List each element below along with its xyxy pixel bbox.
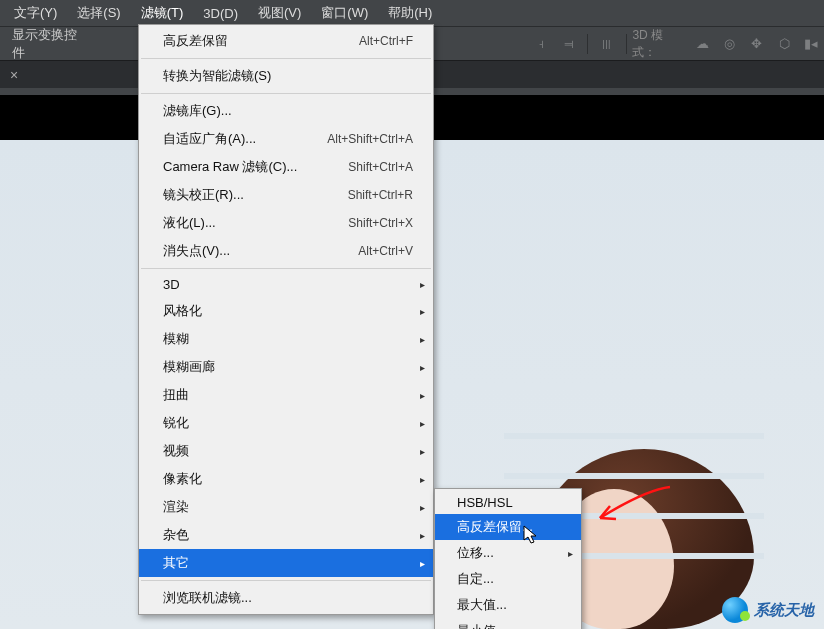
menu-item-vanishing-point[interactable]: 消失点(V)... Alt+Ctrl+V [139,237,433,265]
menu-item-noise[interactable]: 杂色 [139,521,433,549]
menu-item-adaptive-wide[interactable]: 自适应广角(A)... Alt+Shift+Ctrl+A [139,125,433,153]
menu-label: 扭曲 [163,386,189,404]
pan-icon[interactable]: ✥ [748,34,765,54]
distribute-icon[interactable]: ⫼ [598,34,615,54]
shortcut: Shift+Ctrl+A [348,160,413,174]
submenu-minimum[interactable]: 最小值... [435,618,581,629]
separator [141,580,431,581]
align-left-icon[interactable]: ⫞ [533,34,550,54]
menu-filter[interactable]: 滤镜(T) [131,0,194,26]
menu-item-browse-online[interactable]: 浏览联机滤镜... [139,584,433,612]
shortcut: Alt+Shift+Ctrl+A [327,132,413,146]
submenu-hsbhsl[interactable]: HSB/HSL [435,491,581,514]
show-transform-controls-label[interactable]: 显示变换控件 [6,24,89,64]
menu-item-last-filter[interactable]: 高反差保留 Alt+Ctrl+F [139,27,433,55]
menu-label: 最小值... [457,622,507,629]
menu-label: Camera Raw 滤镜(C)... [163,158,297,176]
menu-label: HSB/HSL [457,495,513,510]
artifact-stripe [504,473,764,479]
menu-label: 高反差保留... [457,518,533,536]
filter-dropdown: 高反差保留 Alt+Ctrl+F 转换为智能滤镜(S) 滤镜库(G)... 自适… [138,24,434,615]
menubar: 文字(Y) 选择(S) 滤镜(T) 3D(D) 视图(V) 窗口(W) 帮助(H… [0,0,824,26]
separator [626,34,627,54]
menu-item-3d[interactable]: 3D [139,272,433,297]
menu-select[interactable]: 选择(S) [67,0,130,26]
menu-label: 自定... [457,570,494,588]
menu-item-stylize[interactable]: 风格化 [139,297,433,325]
shortcut: Shift+Ctrl+R [348,188,413,202]
menu-label: 3D [163,277,180,292]
menu-label: 消失点(V)... [163,242,230,260]
menu-item-convert-smart[interactable]: 转换为智能滤镜(S) [139,62,433,90]
menu-label: 液化(L)... [163,214,216,232]
menu-label: 视频 [163,442,189,460]
submenu-highpass[interactable]: 高反差保留... [435,514,581,540]
menu-item-video[interactable]: 视频 [139,437,433,465]
menu-text[interactable]: 文字(Y) [4,0,67,26]
menu-label: 像素化 [163,470,202,488]
menu-item-lens-correction[interactable]: 镜头校正(R)... Shift+Ctrl+R [139,181,433,209]
separator [141,268,431,269]
shortcut: Alt+Ctrl+F [359,34,413,48]
menu-item-render[interactable]: 渲染 [139,493,433,521]
menu-item-camera-raw[interactable]: Camera Raw 滤镜(C)... Shift+Ctrl+A [139,153,433,181]
menu-label: 转换为智能滤镜(S) [163,67,271,85]
submenu-maximum[interactable]: 最大值... [435,592,581,618]
toolbar-right-group: ⫞ ⫤ ⫼ 3D 模式： ☁ ◎ ✥ ⬡ ▮◂ [529,27,824,61]
menu-label: 锐化 [163,414,189,432]
menu-help[interactable]: 帮助(H) [378,0,442,26]
logo-text: 系统天地 [754,601,814,620]
menu-item-sharpen[interactable]: 锐化 [139,409,433,437]
watermark-logo: 系统天地 [722,597,814,623]
menu-label: 自适应广角(A)... [163,130,256,148]
menu-item-filter-gallery[interactable]: 滤镜库(G)... [139,97,433,125]
menu-label: 滤镜库(G)... [163,102,232,120]
mode-3d-label: 3D 模式： [632,27,679,61]
menu-window[interactable]: 窗口(W) [311,0,378,26]
menu-label: 高反差保留 [163,32,228,50]
rotate-icon[interactable]: ◎ [721,34,738,54]
slide-icon[interactable]: ⬡ [775,34,792,54]
menu-label: 风格化 [163,302,202,320]
menu-item-blur-gallery[interactable]: 模糊画廊 [139,353,433,381]
shortcut: Shift+Ctrl+X [348,216,413,230]
menu-label: 模糊 [163,330,189,348]
menu-item-other[interactable]: 其它 [139,549,433,577]
camera-icon[interactable]: ▮◂ [803,34,820,54]
menu-label: 镜头校正(R)... [163,186,244,204]
menu-label: 渲染 [163,498,189,516]
tab-close-icon[interactable]: × [0,67,28,83]
menu-label: 最大值... [457,596,507,614]
orbit-icon[interactable]: ☁ [694,34,711,54]
align-right-icon[interactable]: ⫤ [560,34,577,54]
menu-label: 杂色 [163,526,189,544]
menu-label: 位移... [457,544,494,562]
separator [141,58,431,59]
menu-item-pixelate[interactable]: 像素化 [139,465,433,493]
menu-view[interactable]: 视图(V) [248,0,311,26]
menu-item-distort[interactable]: 扭曲 [139,381,433,409]
menu-label: 其它 [163,554,189,572]
submenu-custom[interactable]: 自定... [435,566,581,592]
menu-3d[interactable]: 3D(D) [193,2,248,25]
submenu-offset[interactable]: 位移... [435,540,581,566]
separator [587,34,588,54]
other-submenu: HSB/HSL 高反差保留... 位移... 自定... 最大值... 最小值.… [434,488,582,629]
separator [141,93,431,94]
menu-item-blur[interactable]: 模糊 [139,325,433,353]
menu-item-liquify[interactable]: 液化(L)... Shift+Ctrl+X [139,209,433,237]
menu-label: 模糊画廊 [163,358,215,376]
logo-globe-icon [722,597,748,623]
menu-label: 浏览联机滤镜... [163,589,252,607]
shortcut: Alt+Ctrl+V [358,244,413,258]
artifact-stripe [504,433,764,439]
